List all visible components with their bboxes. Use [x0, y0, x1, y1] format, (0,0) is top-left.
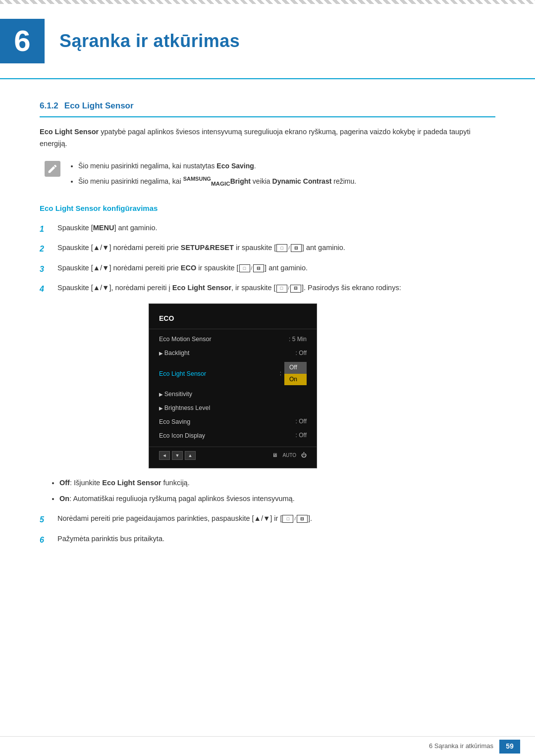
step-text-5: Norėdami pereiti prie pageidaujamos pari…: [57, 513, 495, 525]
top-decorative-stripe: [0, 0, 535, 4]
step-2: 2 Spauskite [▲/▼] norėdami pereiti prie …: [40, 242, 495, 255]
dynamic-contrast-label: Dynamic Contrast: [272, 177, 332, 185]
button-icon-circle-3: ⊟: [290, 285, 301, 293]
eco-motion-value: : 5 Min: [289, 335, 307, 344]
off-label: Off: [59, 479, 70, 487]
steps-list-2: 5 Norėdami pereiti prie pageidaujamos pa…: [40, 513, 495, 546]
nav-btn-down: ▼: [172, 451, 183, 460]
on-label: On: [59, 495, 69, 503]
eco-menu-row-backlight: Backlight : Off: [149, 346, 317, 360]
section-heading: 6.1.2 Eco Light Sensor: [40, 99, 495, 117]
step-number-5: 5: [40, 513, 50, 526]
step-number-4: 4: [40, 282, 50, 296]
eco-menu-row-motion: Eco Motion Sensor : 5 Min: [149, 332, 317, 346]
step-number-1: 1: [40, 222, 50, 236]
intro-paragraph: Eco Light Sensor ypatybė pagal aplinkos …: [40, 126, 495, 150]
button-icon-circle: ⊟: [291, 244, 302, 252]
brightness-level-label: Brightness Level: [159, 403, 307, 413]
chapter-number: 6: [14, 26, 30, 56]
eco-icon-display-label: Eco Icon Display: [159, 431, 296, 441]
eco-menu-title: ECO: [149, 310, 317, 329]
note-item-2: Šio meniu pasirinkti negalima, kai SAMSU…: [78, 174, 356, 188]
eco-light-sensor-colon: :: [280, 369, 281, 378]
nav-btn-left: ◄: [159, 451, 170, 460]
backlight-label: Backlight: [159, 348, 296, 358]
off-on-bullets: Off: Išjunkite Eco Light Sensor funkciją…: [40, 476, 495, 505]
dropdown-off-option: Off: [284, 362, 307, 373]
note-box: Šio meniu pasirinkti negalima, kai nusta…: [40, 160, 495, 191]
eco-menu-row-light-sensor: Eco Light Sensor : Off On: [149, 360, 317, 387]
step-number-3: 3: [40, 262, 50, 276]
section-title: Eco Light Sensor: [64, 99, 134, 112]
footer-content: 6 Sąranka ir atkūrimas 59: [429, 740, 520, 754]
button-icon-square-3: □: [276, 285, 287, 293]
right-icons-group: 🖥 AUTO ⏻: [272, 451, 307, 460]
backlight-value: : Off: [296, 349, 307, 358]
samsung-magic-label: SAMSUNGMAGICBright: [183, 177, 251, 185]
section-number: 6.1.2: [40, 99, 58, 112]
setup-reset-label: SETUP&RESET: [181, 244, 234, 252]
step-1: 1 Spauskite [MENU] ant gaminio.: [40, 222, 495, 236]
eco-menu-row-brightness: Brightness Level: [149, 401, 317, 415]
dropdown-on-option: On: [284, 374, 307, 385]
eco-motion-label: Eco Motion Sensor: [159, 334, 289, 344]
chapter-number-box: 6: [0, 19, 45, 63]
step-6: 6 Pažymėta parinktis bus pritaikyta.: [40, 533, 495, 547]
eco-saving-value: : Off: [296, 417, 307, 426]
pc-icon: 🖥: [272, 451, 277, 460]
bullet-off: Off: Išjunkite Eco Light Sensor funkciją…: [59, 476, 495, 489]
eco-saving-label: Eco Saving: [216, 162, 254, 170]
button-icon-square-2: □: [239, 264, 250, 272]
step-text-1: Spauskite [MENU] ant gaminio.: [57, 222, 495, 234]
eco-light-sensor-menu-label: Eco Light Sensor: [159, 369, 280, 379]
eco-menu-row-icon-display: Eco Icon Display : Off: [149, 429, 317, 443]
footer-chapter-text: 6 Sąranka ir atkūrimas: [429, 741, 499, 752]
step-text-2: Spauskite [▲/▼] norėdami pereiti prie SE…: [57, 242, 495, 254]
eco-menu: ECO Eco Motion Sensor : 5 Min Backlight …: [149, 303, 317, 468]
power-icon: ⏻: [301, 451, 307, 460]
power-icon-label: ⏻: [301, 451, 307, 460]
eco-menu-row-sensitivity: Sensitivity: [149, 387, 317, 401]
chapter-header: 6 Sąranka ir atkūrimas: [0, 4, 535, 79]
auto-text: AUTO: [282, 452, 296, 459]
nav-icons-group: ◄ ▼ ▲: [159, 451, 196, 460]
sensitivity-label: Sensitivity: [159, 389, 307, 399]
button-icon-square-4: □: [282, 515, 293, 523]
eco-menu-row-saving: Eco Saving : Off: [149, 415, 317, 429]
eco-saving-menu-label: Eco Saving: [159, 417, 296, 427]
subsection-heading: Eco Light Sensor konfigūravimas: [40, 202, 495, 214]
note-item-1: Šio meniu pasirinkti negalima, kai nusta…: [78, 160, 356, 172]
footer-page-number: 59: [499, 740, 520, 754]
step-number-2: 2: [40, 242, 50, 255]
eco-light-sensor-label: Eco Light Sensor: [172, 284, 231, 292]
step-text-4: Spauskite [▲/▼], norėdami pereiti į Eco …: [57, 282, 495, 294]
step-text-3: Spauskite [▲/▼] norėdami pereiti prie EC…: [57, 262, 495, 274]
eco-light-sensor-term: Eco Light Sensor: [40, 128, 99, 136]
intro-text-rest: ypatybė pagal aplinkos šviesos intensyvu…: [40, 128, 471, 148]
eco-light-sensor-ref-1: Eco Light Sensor: [102, 479, 161, 487]
step-number-6: 6: [40, 533, 50, 547]
bullet-on: On: Automatiškai reguliuoja ryškumą paga…: [59, 492, 495, 505]
button-icon-circle-4: ⊟: [297, 515, 308, 523]
eco-icon-display-value: : Off: [296, 431, 307, 440]
eco-label: ECO: [181, 264, 196, 272]
note-bullets-list: Šio meniu pasirinkti negalima, kai nusta…: [68, 160, 356, 191]
menu-key: MENU: [93, 224, 114, 232]
step-5: 5 Norėdami pereiti prie pageidaujamos pa…: [40, 513, 495, 526]
steps-list: 1 Spauskite [MENU] ant gaminio. 2 Spausk…: [40, 222, 495, 296]
step-3: 3 Spauskite [▲/▼] norėdami pereiti prie …: [40, 262, 495, 276]
button-icon-square: □: [276, 244, 287, 252]
eco-menu-bottom-bar: ◄ ▼ ▲ 🖥 AUTO ⏻: [149, 447, 317, 462]
page-footer: 6 Sąranka ir atkūrimas 59: [0, 736, 535, 756]
auto-icon-label: AUTO: [282, 452, 296, 459]
note-icon: [45, 161, 60, 177]
pc-icon-label: 🖥: [272, 451, 277, 460]
button-icon-circle-2: ⊟: [253, 264, 264, 272]
main-content: 6.1.2 Eco Light Sensor Eco Light Sensor …: [0, 79, 535, 593]
step-4: 4 Spauskite [▲/▼], norėdami pereiti į Ec…: [40, 282, 495, 296]
pencil-icon: [47, 163, 58, 174]
step-text-6: Pažymėta parinktis bus pritaikyta.: [57, 533, 495, 545]
chapter-title: Sąranka ir atkūrimas: [59, 27, 240, 55]
nav-btn-up: ▲: [185, 451, 196, 460]
dropdown-container: Off On: [284, 362, 307, 385]
